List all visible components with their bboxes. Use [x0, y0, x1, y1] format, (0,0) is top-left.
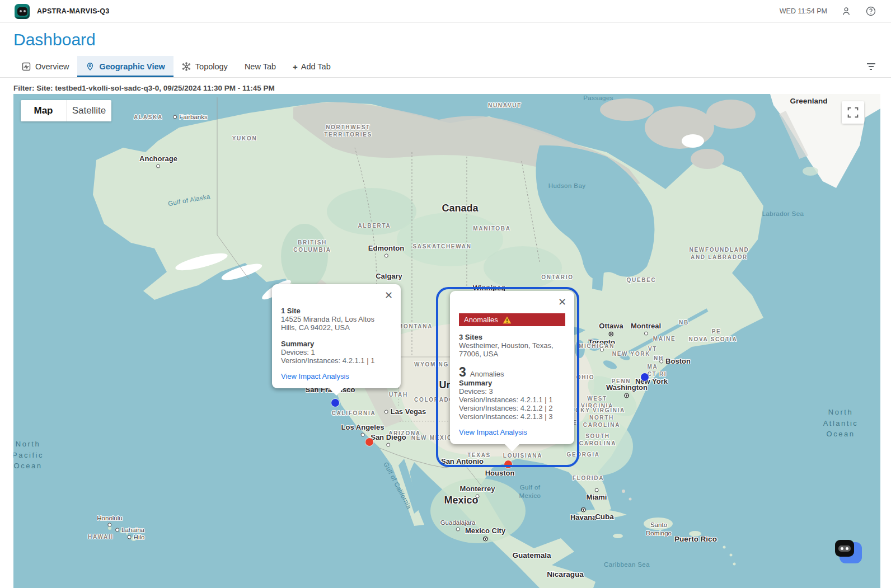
close-icon[interactable]: ✕	[558, 297, 566, 307]
blue-site-marker[interactable]	[641, 373, 649, 381]
city-dot-icon	[108, 523, 112, 526]
tab-geographic-view[interactable]: Geographic View	[77, 56, 173, 77]
map-label: Edmonton	[368, 244, 404, 258]
map-label: NEW YORK	[612, 350, 650, 357]
map-label: NOVA SCOTIA	[688, 336, 737, 343]
site-address: Westheimer, Houston, Texas, 77006, USA	[459, 341, 565, 358]
map-label: MA	[648, 363, 658, 370]
map-label: Canada	[442, 202, 478, 215]
devices-line: Devices: 1	[281, 348, 392, 356]
map-label: Gulf ofMexico	[519, 483, 541, 500]
city-dot-icon	[173, 115, 177, 119]
city-dot-icon	[456, 527, 460, 531]
map-label: SASKATCHEWAN	[412, 243, 471, 250]
app-logo-icon[interactable]	[15, 4, 30, 19]
chatbot-button[interactable]	[835, 539, 862, 565]
overview-icon	[22, 62, 31, 71]
page-title: Dashboard	[13, 30, 891, 49]
map-label: NEWFOUNDLANDAND LABRADOR	[689, 246, 749, 261]
map-canvas[interactable]: ALASKAFairbanksYUKONAnchorageGulf of Ala…	[13, 94, 880, 588]
warning-icon	[503, 316, 512, 324]
map-label: MONTANA	[398, 323, 433, 330]
map-label: Las Vegas	[384, 407, 426, 417]
map-label: Guadalajara	[440, 519, 476, 531]
site-address: 14525 Miranda Rd, Los Altos Hills, CA 94…	[281, 315, 392, 332]
map-label: Nicaragua	[547, 570, 583, 580]
capital-dot-icon	[483, 536, 488, 541]
map-label: UTAH	[389, 391, 408, 398]
map-label: HAWAII	[88, 533, 114, 540]
anomaly-count: 3	[459, 366, 466, 379]
map-label: ONTARIO	[541, 274, 573, 281]
anomaly-info-popup: ✕ Anomalies 3 Sites Westheimer, Houston,…	[450, 291, 574, 444]
map-label: San Diego	[371, 433, 406, 447]
map-label: Honolulu	[97, 514, 122, 527]
map-label: VT	[648, 345, 657, 352]
add-tab-button[interactable]: + Add Tab	[284, 56, 339, 77]
version-lines: Version/Instances: 4.2.1.1 | 1Version/In…	[459, 396, 565, 421]
user-icon[interactable]	[841, 6, 852, 17]
robot-face-icon	[835, 540, 854, 557]
close-icon[interactable]: ✕	[384, 290, 393, 300]
map-label: MAINE	[653, 335, 676, 342]
fullscreen-button[interactable]	[842, 101, 864, 124]
map-label: Calgary	[376, 272, 402, 281]
version-lines: Version/Instances: 4.2.1.1 | 1	[281, 356, 392, 365]
map-label: NB	[679, 319, 689, 326]
map-type-satellite-button[interactable]: Satellite	[66, 100, 111, 121]
map-type-map-button[interactable]: Map	[21, 100, 66, 121]
blue-site-marker[interactable]	[331, 399, 339, 407]
map-label: ALBERTA	[358, 222, 391, 229]
view-impact-analysis-link[interactable]: View Impact Analysis	[459, 428, 527, 436]
summary-title: Summary	[459, 379, 565, 387]
map-type-control: Map Satellite	[21, 100, 111, 121]
tab-new-tab[interactable]: New Tab	[236, 56, 284, 77]
version-line: Version/Instances: 4.2.1.1 | 1	[459, 396, 565, 404]
view-impact-analysis-link[interactable]: View Impact Analysis	[281, 372, 349, 380]
city-dot-icon	[644, 331, 648, 335]
tab-topology[interactable]: Topology	[173, 56, 236, 77]
city-dot-icon	[475, 494, 479, 498]
site-info-popup: ✕ 1 Site 14525 Miranda Rd, Los Altos Hil…	[272, 284, 401, 388]
map-label: Hudson Bay	[548, 182, 586, 190]
top-bar: APSTRA-MARVIS-Q3 WED 11:54 PM	[0, 0, 891, 23]
map-label: CALIFORNIA	[332, 410, 376, 417]
city-dot-icon	[115, 528, 119, 532]
city-dot-icon	[386, 443, 390, 446]
map-label: Anchorage	[139, 154, 177, 168]
map-label: Cuba	[595, 512, 614, 522]
help-icon[interactable]	[865, 6, 876, 17]
map-label: Havana	[570, 507, 596, 523]
city-dot-icon	[595, 488, 599, 492]
version-line: Version/Instances: 4.2.1.2 | 2	[459, 404, 565, 412]
map-label: Houston	[485, 469, 515, 478]
city-dot-icon	[384, 410, 388, 413]
site-count: 1 Site	[281, 307, 392, 315]
tab-overview[interactable]: Overview	[13, 56, 77, 77]
map-label: Boston	[659, 357, 691, 366]
filter-summary: Filter: Site: testbed1-vkolli-sol-sadc-q…	[13, 84, 891, 92]
city-dot-icon	[128, 535, 132, 539]
city-dot-icon	[360, 432, 364, 436]
filter-icon[interactable]	[866, 62, 875, 72]
map-label: MANITOBA	[473, 225, 510, 232]
site-count: 3 Sites	[459, 333, 565, 341]
map-label: QUEBEC	[627, 276, 656, 284]
map-label: FLORIDA	[573, 474, 604, 482]
map-label: SOUTHCAROLINA	[579, 432, 616, 447]
map-label: Passages	[583, 94, 613, 102]
fullscreen-icon	[847, 106, 859, 119]
capital-dot-icon	[609, 331, 614, 336]
map-label: CT RI	[648, 370, 667, 378]
map-label: PE	[712, 328, 721, 335]
map-label: MICHIGAN	[579, 342, 615, 350]
version-line: Version/Instances: 4.2.1.3 | 3	[459, 412, 565, 421]
devices-line: Devices: 3	[459, 387, 565, 396]
version-line: Version/Instances: 4.2.1.1 | 1	[281, 356, 392, 365]
city-dot-icon	[384, 253, 388, 257]
map-label: ALASKA	[134, 114, 163, 121]
red-site-marker[interactable]	[365, 438, 373, 446]
map-label: NORTHCAROLINA	[583, 414, 620, 429]
tab-bar: Overview Geographic View Topology New Ta…	[0, 56, 891, 78]
map-label: Greenland	[790, 96, 828, 106]
